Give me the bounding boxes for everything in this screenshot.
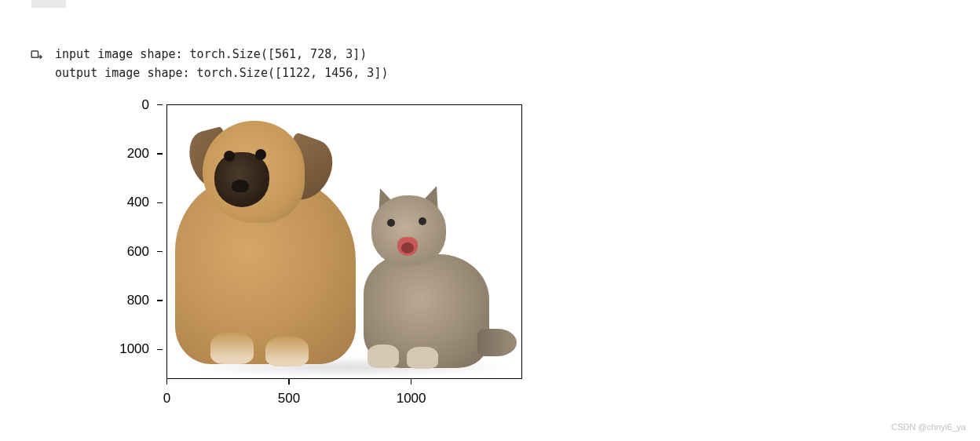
x-tick-label: 1000 [397,391,426,406]
cell-code-gutter [31,0,66,8]
y-tick-mark [157,202,163,204]
y-tick-label: 600 [102,244,149,260]
y-tick-mark [157,300,163,301]
cell-output-text: input image shape: torch.Size([561, 728,… [55,45,388,82]
y-tick-mark [157,153,163,155]
watermark-text: CSDN @chnyi6_ya [891,422,966,432]
y-tick-label: 400 [102,195,149,210]
y-tick-label: 800 [102,293,149,308]
output-line-2: output image shape: torch.Size([1122, 14… [55,66,388,80]
y-tick-label: 200 [102,146,149,162]
output-line-1: input image shape: torch.Size([561, 728,… [55,47,367,61]
y-tick-label: 0 [102,97,149,113]
x-tick-mark [166,379,168,385]
y-tick-mark [157,104,163,106]
plot-axes-frame [166,104,522,379]
matplotlib-figure: 0 200 400 600 800 1000 [55,93,503,414]
x-axis-ticks: 0 500 1000 [166,379,522,410]
x-tick-label: 0 [163,391,170,406]
plot-image-content [167,105,521,378]
svg-rect-0 [31,51,38,57]
x-tick-mark [288,379,290,385]
x-tick-mark [411,379,412,385]
y-tick-mark [157,349,163,351]
y-tick-label: 1000 [102,341,149,357]
y-tick-mark [157,251,163,253]
x-tick-label: 500 [278,391,300,406]
output-arrow-icon [28,47,46,64]
y-axis-ticks: 0 200 400 600 800 1000 [55,104,163,379]
